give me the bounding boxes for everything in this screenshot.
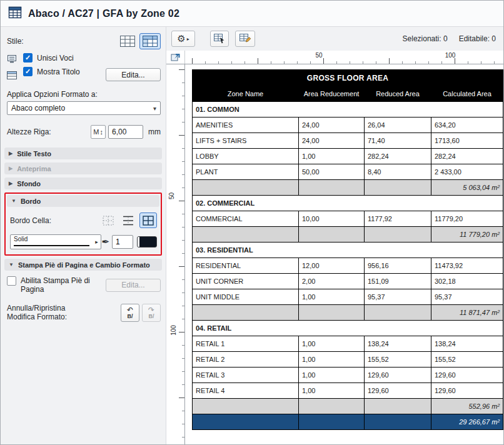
border-none-button[interactable] xyxy=(99,212,117,228)
value-cell[interactable]: 24,00 xyxy=(299,118,365,133)
zone-data-row: PLANT50,008,402 433,00 xyxy=(193,164,503,180)
column-header-cell[interactable]: Reduced Area xyxy=(365,86,431,102)
checkbox-box[interactable]: ✓ xyxy=(7,276,16,286)
border-all-button[interactable] xyxy=(139,212,157,228)
style-plain-table-button[interactable] xyxy=(117,33,138,49)
value-cell[interactable]: 282,24 xyxy=(365,149,431,164)
vertical-ruler[interactable]: 50 100 xyxy=(166,64,185,444)
merge-items-checkbox[interactable]: ✓ Unisci Voci xyxy=(23,53,80,62)
value-cell[interactable]: 71,40 xyxy=(365,133,431,149)
horizontal-ruler[interactable]: 50 100 xyxy=(166,51,503,64)
redo-icon: ↷ xyxy=(148,307,154,313)
pen-icon: ✒ xyxy=(101,236,109,248)
value-cell[interactable]: 634,20 xyxy=(431,118,503,133)
value-cell[interactable]: 129,60 xyxy=(365,368,431,383)
zone-name-cell[interactable]: LIFTS + STAIRS xyxy=(193,133,299,149)
checkbox-box[interactable]: ✓ xyxy=(23,53,33,62)
value-cell[interactable]: 11779,20 xyxy=(431,211,503,227)
value-cell[interactable]: 155,52 xyxy=(431,352,503,368)
subtotal-empty-cell xyxy=(365,399,431,414)
section-border[interactable]: ▼ Bordo xyxy=(7,195,159,207)
group-name-cell[interactable]: 04. RETAIL xyxy=(193,321,503,336)
format-letters-icon: B/ xyxy=(149,313,154,319)
zone-name-cell[interactable]: AMENITIES xyxy=(193,118,299,133)
schedule-canvas[interactable]: GROSS FLOOR AREA Zone NameArea Reducemen… xyxy=(185,64,503,444)
value-cell[interactable]: 282,24 xyxy=(431,149,503,164)
value-cell[interactable]: 2 433,00 xyxy=(431,164,503,180)
zone-name-cell[interactable]: PLANT xyxy=(193,164,299,180)
select-on-model-button[interactable] xyxy=(210,31,229,47)
value-cell[interactable]: 1,00 xyxy=(299,383,365,399)
value-cell[interactable]: 12,00 xyxy=(299,258,365,274)
group-name-cell[interactable]: 03. RESIDENTIAL xyxy=(193,242,503,258)
value-cell[interactable]: 2,00 xyxy=(299,274,365,289)
value-cell[interactable]: 1,00 xyxy=(299,368,365,383)
value-cell[interactable]: 24,00 xyxy=(299,133,365,149)
section-text-style[interactable]: ▶ Stile Testo xyxy=(4,148,162,159)
checkbox-box[interactable]: ✓ xyxy=(23,67,33,76)
scheme-settings-button[interactable]: ⚙ ▸ xyxy=(171,31,195,47)
zone-name-cell[interactable]: COMMERCIAL xyxy=(193,211,299,227)
editable-count-label: Editabile: 0 xyxy=(459,34,496,43)
value-cell[interactable]: 138,24 xyxy=(431,336,503,352)
value-cell[interactable]: 1713,60 xyxy=(431,133,503,149)
show-title-checkbox[interactable]: ✓ Mostra Titolo xyxy=(23,67,80,76)
group-name-cell[interactable]: 01. COMMON xyxy=(193,102,503,118)
zone-data-row: COMMERCIAL10,001177,9211779,20 xyxy=(193,211,503,227)
zone-name-cell[interactable]: RETAIL 1 xyxy=(193,336,299,352)
value-cell[interactable]: 50,00 xyxy=(299,164,365,180)
value-cell[interactable]: 302,18 xyxy=(431,274,503,289)
column-header-cell[interactable]: Zone Name xyxy=(193,86,299,102)
zone-name-cell[interactable]: RETAIL 3 xyxy=(193,368,299,383)
value-cell[interactable]: 1,00 xyxy=(299,352,365,368)
pen-number-input[interactable] xyxy=(112,235,133,249)
preview-toolbar: ⚙ ▸ xyxy=(166,27,503,51)
value-cell[interactable]: 151,09 xyxy=(365,274,431,289)
zone-name-cell[interactable]: UNIT CORNER xyxy=(193,274,299,289)
enable-footer-checkbox[interactable]: ✓ Abilita Stampa Piè di Pagina xyxy=(7,276,94,294)
value-cell[interactable]: 1177,92 xyxy=(365,211,431,227)
pen-color-swatch[interactable] xyxy=(137,236,157,248)
undo-format-button[interactable]: ↶ B/ xyxy=(121,304,139,322)
group-name-cell[interactable]: 02. COMMERCIAL xyxy=(193,196,503,211)
edit-title-button[interactable]: Edita... xyxy=(106,68,161,81)
column-header-cell[interactable]: Area Reducement xyxy=(299,86,365,102)
zone-name-cell[interactable]: RETAIL 4 xyxy=(193,383,299,399)
selected-count-label: Selezionati: 0 xyxy=(403,34,448,43)
row-height-input[interactable] xyxy=(108,125,143,139)
zone-name-cell[interactable]: RETAIL 2 xyxy=(193,352,299,368)
zone-name-cell[interactable]: RESIDENTIAL xyxy=(193,258,299,274)
redo-format-button[interactable]: ↷ B/ xyxy=(142,304,161,322)
section-footer-format[interactable]: ▼ Stampa Piè di Pagina e Cambio Formato xyxy=(4,259,162,271)
value-cell[interactable]: 956,16 xyxy=(365,258,431,274)
border-horizontal-button[interactable] xyxy=(119,212,137,228)
value-cell[interactable]: 138,24 xyxy=(365,336,431,352)
plain-table-icon xyxy=(120,36,135,47)
column-header-cell[interactable]: Calculated Area xyxy=(431,86,503,102)
edit-footer-button[interactable]: Edita... xyxy=(106,279,161,292)
section-background[interactable]: ▶ Sfondo xyxy=(4,178,162,189)
apply-format-options-button[interactable] xyxy=(235,31,255,47)
zone-name-cell[interactable]: LOBBY xyxy=(193,149,299,164)
value-cell[interactable]: 8,40 xyxy=(365,164,431,180)
ruler-options-button[interactable] xyxy=(166,51,185,64)
value-cell[interactable]: 95,37 xyxy=(365,289,431,305)
style-formatted-table-button[interactable] xyxy=(139,33,161,49)
value-cell[interactable]: 11473,92 xyxy=(431,258,503,274)
value-cell[interactable]: 1,00 xyxy=(299,336,365,352)
value-cell[interactable]: 1,00 xyxy=(299,149,365,164)
value-cell[interactable]: 26,04 xyxy=(365,118,431,133)
value-cell[interactable]: 155,52 xyxy=(365,352,431,368)
value-cell[interactable]: 129,60 xyxy=(431,368,503,383)
line-type-select[interactable]: Solid ▸ xyxy=(10,234,101,249)
apply-format-select[interactable]: Abaco completo ▾ xyxy=(7,101,161,115)
text-height-button[interactable]: M ↕ xyxy=(91,125,106,139)
value-cell[interactable]: 95,37 xyxy=(431,289,503,305)
zone-name-cell[interactable]: UNIT MIDDLE xyxy=(193,289,299,305)
value-cell[interactable]: 129,60 xyxy=(431,383,503,399)
section-preview[interactable]: ▶ Anteprima xyxy=(4,162,162,174)
value-cell[interactable]: 10,00 xyxy=(299,211,365,227)
value-cell[interactable]: 1,00 xyxy=(299,289,365,305)
value-cell[interactable]: 129,60 xyxy=(365,383,431,399)
horizontal-ruler-scale[interactable]: 50 100 xyxy=(185,51,503,64)
